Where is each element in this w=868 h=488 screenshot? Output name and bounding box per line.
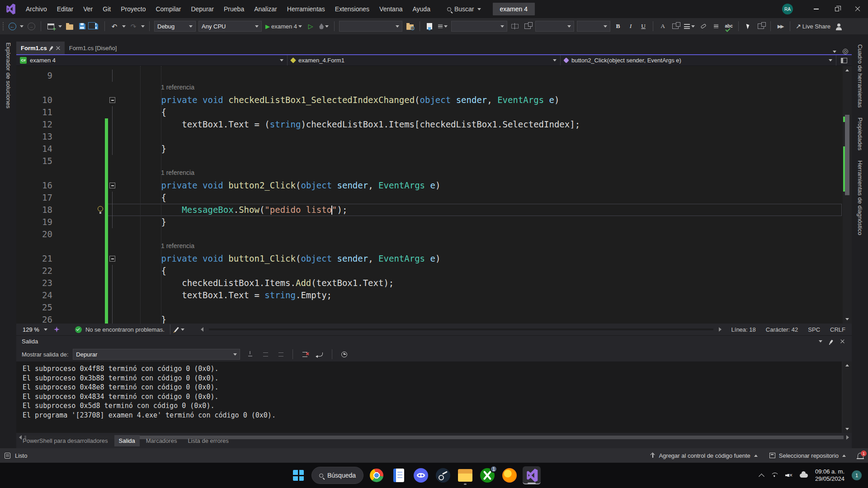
document-outline-button[interactable] bbox=[756, 21, 766, 32]
collapse-region-icon[interactable] bbox=[109, 256, 115, 262]
code-text[interactable]: textBox1.Text = string.Empty; bbox=[120, 289, 332, 301]
line-number[interactable]: 26 bbox=[16, 314, 52, 324]
toolbar-grip[interactable] bbox=[3, 22, 5, 30]
scrollbar-thumb[interactable] bbox=[845, 115, 849, 195]
code-line[interactable]: 11 { bbox=[16, 106, 842, 118]
fill-color-button[interactable] bbox=[670, 21, 680, 32]
document-tab[interactable]: Form1.cs [Diseño] bbox=[65, 42, 121, 54]
swap-pages-button[interactable] bbox=[523, 21, 533, 32]
taskbar-search[interactable]: Búsqueda bbox=[311, 467, 363, 484]
hot-reload-button[interactable] bbox=[318, 21, 330, 32]
spaces-indicator[interactable]: SPC bbox=[808, 326, 820, 333]
code-text[interactable]: { bbox=[120, 192, 166, 204]
code-text[interactable]: { bbox=[120, 106, 166, 118]
code-line[interactable]: 13 bbox=[16, 131, 842, 143]
code-line[interactable]: 10 private void checkedListBox1_Selected… bbox=[16, 94, 842, 106]
code-line[interactable]: 14 } bbox=[16, 143, 842, 155]
tool-window-tab-cuadro-de-herramientas[interactable]: Cuadro de herramientas bbox=[857, 44, 863, 108]
go-to-message-button[interactable] bbox=[245, 349, 255, 359]
line-number[interactable]: 12 bbox=[16, 118, 52, 131]
code-line[interactable]: 15 bbox=[16, 155, 842, 167]
code-text[interactable]: textBox1.Text = (string)checkedListBox1.… bbox=[120, 118, 580, 131]
open-file-button[interactable] bbox=[65, 21, 75, 32]
volume-muted-icon[interactable] bbox=[785, 473, 793, 479]
wifi-icon[interactable] bbox=[771, 473, 778, 478]
line-number[interactable]: 25 bbox=[16, 301, 52, 314]
edit-field-button[interactable] bbox=[510, 21, 520, 32]
find-in-files-button[interactable] bbox=[405, 21, 415, 32]
text-color-button[interactable]: A bbox=[658, 21, 668, 32]
editor-horizontal-scrollbar[interactable] bbox=[209, 328, 713, 330]
discord-app[interactable] bbox=[412, 466, 430, 484]
new-item-chevron-icon[interactable] bbox=[58, 25, 62, 28]
code-line[interactable]: 24 textBox1.Text = string.Empty; bbox=[16, 289, 842, 301]
scroll-right-icon[interactable] bbox=[719, 327, 722, 332]
pin-icon[interactable] bbox=[830, 339, 833, 343]
code-line[interactable]: 23 checkedListBox1.Items.Add(textBox1.Te… bbox=[16, 277, 842, 289]
save-button[interactable] bbox=[77, 21, 87, 32]
column-indicator[interactable]: Carácter: 42 bbox=[766, 326, 798, 333]
panel-tab-lista-de-errores[interactable]: Lista de errores bbox=[183, 435, 233, 446]
code-line[interactable]: 1 referencia bbox=[16, 240, 842, 253]
xbox-app[interactable]: 1 bbox=[478, 466, 496, 484]
window-position-chevron-icon[interactable] bbox=[819, 340, 822, 343]
underline-button[interactable]: U bbox=[638, 21, 648, 32]
code-text[interactable]: private void checkedListBox1_SelectedInd… bbox=[120, 94, 559, 106]
taskbar-clock[interactable]: 09:06 a. m. 29/05/2024 bbox=[815, 468, 844, 483]
line-number[interactable]: 18 bbox=[16, 204, 52, 216]
solution-explorer-tab[interactable]: Explorador de soluciones bbox=[5, 42, 12, 108]
style-combo[interactable] bbox=[451, 21, 507, 32]
line-number[interactable]: 14 bbox=[16, 143, 52, 155]
redo-button[interactable]: ↷ bbox=[128, 21, 138, 32]
member-dropdown[interactable]: button2_Click(object sender, EventArgs e… bbox=[561, 55, 836, 66]
next-message-button[interactable] bbox=[275, 349, 286, 359]
solution-configuration-combo[interactable]: Debug bbox=[154, 21, 196, 32]
problems-status[interactable]: No se encontraron problemas. bbox=[85, 326, 165, 333]
menu-item-archivo[interactable]: Archivo bbox=[21, 0, 52, 18]
scroll-up-icon[interactable] bbox=[845, 364, 849, 366]
chrome-app[interactable] bbox=[368, 466, 386, 484]
fast-forward-button[interactable]: ▶▶ bbox=[775, 21, 785, 32]
collapse-region-icon[interactable] bbox=[109, 97, 115, 103]
panel-tab-salida[interactable]: Salida bbox=[114, 435, 140, 446]
menu-item-prueba[interactable]: Prueba bbox=[219, 0, 249, 18]
search-control[interactable]: Buscar bbox=[447, 5, 481, 13]
menu-item-ver[interactable]: Ver bbox=[78, 0, 98, 18]
redo-history-chevron-icon[interactable] bbox=[141, 25, 145, 28]
scroll-down-icon[interactable] bbox=[845, 318, 849, 320]
menu-item-compilar[interactable]: Compilar bbox=[151, 0, 186, 18]
suggestion-sparkle-icon[interactable] bbox=[54, 327, 60, 333]
menu-item-proyecto[interactable]: Proyecto bbox=[116, 0, 151, 18]
align-button[interactable] bbox=[683, 21, 696, 32]
code-line[interactable]: 1 referencia bbox=[16, 82, 842, 94]
navigate-forward-button[interactable]: → bbox=[26, 21, 36, 32]
output-source-combo[interactable]: Depurar bbox=[73, 349, 240, 360]
line-number[interactable]: 17 bbox=[16, 192, 52, 204]
firefox-app[interactable] bbox=[500, 466, 519, 484]
line-number[interactable]: 20 bbox=[16, 228, 52, 240]
line-number[interactable]: 13 bbox=[16, 131, 52, 143]
code-cleanup-icon[interactable] bbox=[174, 327, 179, 332]
search-scope-badge[interactable]: examen 4 bbox=[493, 3, 535, 15]
document-encoding-button[interactable] bbox=[425, 21, 434, 32]
undo-history-chevron-icon[interactable] bbox=[122, 25, 126, 28]
previous-message-button[interactable] bbox=[260, 349, 271, 359]
split-view-icon[interactable] bbox=[841, 58, 847, 63]
line-number[interactable]: 22 bbox=[16, 265, 52, 277]
collapse-region-icon[interactable] bbox=[109, 183, 115, 188]
tray-chevron-up-icon[interactable] bbox=[759, 474, 764, 479]
menu-item-depurar[interactable]: Depurar bbox=[186, 0, 219, 18]
code-text[interactable]: private void button1_Click(object sender… bbox=[120, 253, 440, 265]
start-debug-button[interactable]: ▶ examen 4 bbox=[264, 21, 303, 32]
close-button[interactable] bbox=[847, 0, 868, 18]
line-number[interactable]: 16 bbox=[16, 179, 52, 192]
notepad-app[interactable] bbox=[390, 466, 408, 484]
type-dropdown[interactable]: examen_4.Form1 bbox=[288, 55, 561, 66]
code-line[interactable]: 19 } bbox=[16, 216, 842, 228]
bold-button[interactable]: B bbox=[613, 21, 623, 32]
tool-window-tab-propiedades[interactable]: Propiedades bbox=[857, 117, 863, 150]
tab-list-chevron-icon[interactable] bbox=[833, 51, 836, 53]
account-avatar[interactable]: RA bbox=[782, 4, 793, 14]
link-button[interactable] bbox=[698, 21, 708, 32]
timestamp-button[interactable] bbox=[339, 349, 349, 359]
